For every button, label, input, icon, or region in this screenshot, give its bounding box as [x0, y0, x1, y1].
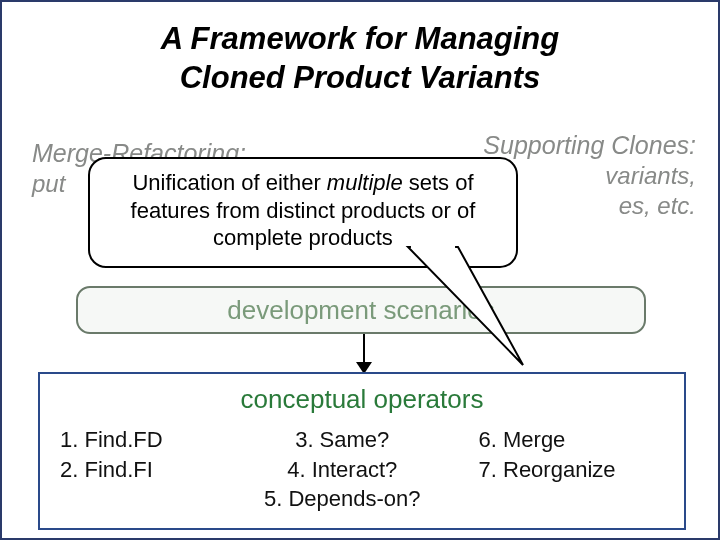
conceptual-operators-box: conceptual operators 1. Find.FD 2. Find.… — [38, 372, 686, 530]
bubble-pre: Unification of either — [132, 170, 326, 195]
op-find-fi: 2. Find.FI — [60, 455, 214, 485]
ops-col-3: 6. Merge 7. Reorganize — [471, 425, 668, 514]
op-find-fd: 1. Find.FD — [60, 425, 214, 455]
op-reorganize: 7. Reorganize — [479, 455, 668, 485]
op-same: 3. Same? — [214, 425, 471, 455]
ops-col-1: 1. Find.FD 2. Find.FI — [56, 425, 214, 514]
ops-columns: 1. Find.FD 2. Find.FI 3. Same? 4. Intera… — [56, 425, 668, 514]
ops-col-2: 3. Same? 4. Interact? 5. Depends-on? — [214, 425, 471, 514]
bubble-em: multiple — [327, 170, 403, 195]
op-interact: 4. Interact? — [214, 455, 471, 485]
cloud-right-title: Supporting Clones: — [386, 132, 696, 160]
development-scenarios-bar: development scenarios — [76, 286, 646, 334]
bubble-post1: sets of — [403, 170, 474, 195]
title-line-2: Cloned Product Variants — [180, 60, 541, 95]
svg-marker-1 — [411, 247, 455, 249]
op-depends-on: 5. Depends-on? — [214, 484, 471, 514]
bubble-line3: complete products — [213, 225, 393, 250]
down-arrow-icon — [354, 334, 374, 376]
title-line-1: A Framework for Managing — [161, 21, 559, 56]
svg-marker-0 — [408, 247, 523, 365]
slide-frame: A Framework for Managing Cloned Product … — [0, 0, 720, 540]
bubble-line2: features from distinct products or of — [131, 198, 476, 223]
slide-title: A Framework for Managing Cloned Product … — [2, 2, 718, 98]
speech-bubble: Unification of either multiple sets of f… — [88, 157, 518, 268]
ops-title: conceptual operators — [56, 384, 668, 415]
op-merge: 6. Merge — [479, 425, 668, 455]
